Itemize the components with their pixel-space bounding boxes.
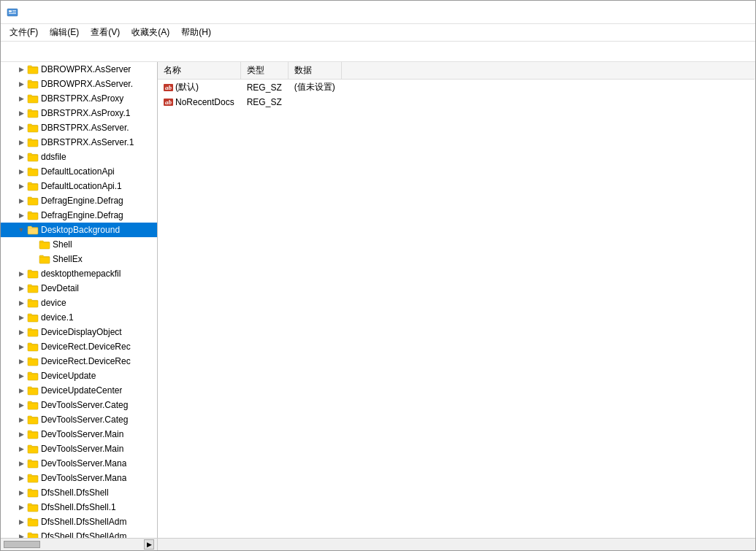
tree-item[interactable]: ▶ DefragEngine.Defrag xyxy=(1,208,157,223)
tree-item[interactable]: ▶ DfsShell.DfsShellAdm xyxy=(1,529,157,538)
tree-toggle-icon[interactable]: ▶ xyxy=(15,151,27,163)
tree-toggle-icon[interactable]: ▶ xyxy=(15,443,27,455)
tree-item[interactable]: ▶ DBRSTPRX.AsProxy xyxy=(1,91,157,106)
tree-item[interactable]: ▶ DBRSTPRX.AsProxy.1 xyxy=(1,106,157,120)
folder-icon xyxy=(27,458,39,469)
menu-item[interactable]: 编辑(E) xyxy=(44,25,85,40)
tree-toggle-icon[interactable]: ▶ xyxy=(15,487,27,498)
tree-item[interactable]: ▶ DevDetail xyxy=(1,281,157,296)
tree-item[interactable]: ▶ DfsShell.DfsShellAdm xyxy=(1,515,157,529)
tree-toggle-icon[interactable]: ▶ xyxy=(15,414,27,425)
tree-toggle-icon[interactable]: ▶ xyxy=(15,399,27,411)
tree-toggle-icon[interactable] xyxy=(27,253,39,265)
tree-item[interactable]: ▶ DfsShell.DfsShell.1 xyxy=(1,500,157,515)
tree-item[interactable]: ▶ DevToolsServer.Main xyxy=(1,442,157,456)
tree-item[interactable]: ▶ DevToolsServer.Categ xyxy=(1,398,157,412)
tree-item[interactable]: ▶ desktopthemepackfil xyxy=(1,266,157,281)
tree-item[interactable]: ▶ DevToolsServer.Categ xyxy=(1,412,157,427)
tree-item[interactable]: ▶ DBRSTPRX.AsServer. xyxy=(1,120,157,135)
col-name[interactable]: 名称 xyxy=(158,62,240,80)
tree-item[interactable]: ▶ DevToolsServer.Main xyxy=(1,427,157,442)
tree-toggle-icon[interactable]: ▶ xyxy=(15,458,27,469)
tree-toggle-icon[interactable]: ▶ xyxy=(15,136,27,148)
minimize-button[interactable] xyxy=(649,1,682,24)
tree-toggle-icon[interactable]: ▶ xyxy=(15,122,27,134)
svg-rect-2 xyxy=(12,10,16,11)
registry-name: ab NoRecentDocs xyxy=(158,95,240,109)
folder-icon xyxy=(27,108,39,118)
tree-toggle-icon[interactable] xyxy=(27,239,39,250)
folder-icon xyxy=(27,283,39,293)
horizontal-scrollbar[interactable]: ▶ xyxy=(1,538,755,550)
tree-item[interactable]: ▶ DeviceRect.DeviceRec xyxy=(1,339,157,354)
tree-item[interactable]: ▶ DefaultLocationApi xyxy=(1,164,157,179)
tree-item[interactable]: ▼ DesktopBackground xyxy=(1,223,157,237)
tree-item[interactable]: ▶ DevToolsServer.Mana xyxy=(1,456,157,471)
tree-toggle-icon[interactable]: ▶ xyxy=(15,268,27,280)
tree-toggle-icon[interactable]: ▶ xyxy=(15,312,27,323)
col-type[interactable]: 类型 xyxy=(240,62,288,80)
tree-toggle-icon[interactable]: ▶ xyxy=(15,341,27,352)
tree-item[interactable]: ▶ DeviceUpdateCenter xyxy=(1,383,157,398)
menu-item[interactable]: 文件(F) xyxy=(4,25,44,40)
tree-item[interactable]: Shell xyxy=(1,237,157,252)
tree-toggle-icon[interactable]: ▶ xyxy=(15,297,27,309)
tree-item-label: DfsShell.DfsShell.1 xyxy=(41,502,116,512)
menu-item[interactable]: 收藏夹(A) xyxy=(126,25,175,40)
tree-item-label: DfsShell.DfsShell xyxy=(41,488,109,498)
tree-item-label: DefaultLocationApi.1 xyxy=(41,181,122,191)
tree-item[interactable]: ▶ device.1 xyxy=(1,310,157,325)
folder-icon xyxy=(27,123,39,133)
tree-item-label: DfsShell.DfsShellAdm xyxy=(41,517,126,527)
menu-item[interactable]: 查看(V) xyxy=(85,25,126,40)
registry-data: (值未设置) xyxy=(288,80,341,96)
close-button[interactable] xyxy=(716,1,749,24)
tree-panel[interactable]: ▶ DBROWPRX.AsServer▶ DBROWPRX.AsServer.▶… xyxy=(1,62,158,538)
svg-rect-1 xyxy=(9,10,12,12)
tree-toggle-icon[interactable]: ▶ xyxy=(15,370,27,382)
tree-toggle-icon[interactable]: ▼ xyxy=(15,224,27,236)
tree-toggle-icon[interactable]: ▶ xyxy=(15,166,27,177)
tree-toggle-icon[interactable]: ▶ xyxy=(15,355,27,367)
folder-icon xyxy=(27,356,39,366)
folder-icon xyxy=(27,152,39,162)
tree-item[interactable]: ▶ DefaultLocationApi.1 xyxy=(1,179,157,193)
tree-item[interactable]: ▶ DefragEngine.Defrag xyxy=(1,193,157,208)
tree-item-label: DevToolsServer.Main xyxy=(41,429,123,439)
tree-toggle-icon[interactable]: ▶ xyxy=(15,385,27,396)
tree-toggle-icon[interactable]: ▶ xyxy=(15,107,27,119)
tree-toggle-icon[interactable]: ▶ xyxy=(15,78,27,90)
registry-row[interactable]: ab (默认)REG_SZ(值未设置) xyxy=(158,80,755,96)
tree-toggle-icon[interactable]: ▶ xyxy=(15,93,27,104)
folder-icon xyxy=(27,166,39,177)
tree-toggle-icon[interactable]: ▶ xyxy=(15,209,27,221)
tree-toggle-icon[interactable]: ▶ xyxy=(15,428,27,440)
address-bar xyxy=(1,42,755,62)
tree-item[interactable]: ▶ DeviceRect.DeviceRec xyxy=(1,354,157,369)
tree-item[interactable]: ▶ DfsShell.DfsShell xyxy=(1,485,157,500)
tree-toggle-icon[interactable]: ▶ xyxy=(15,516,27,528)
tree-toggle-icon[interactable]: ▶ xyxy=(15,195,27,207)
col-data[interactable]: 数据 xyxy=(288,62,341,80)
tree-item[interactable]: ▶ DBROWPRX.AsServer xyxy=(1,62,157,77)
tree-toggle-icon[interactable]: ▶ xyxy=(15,326,27,338)
tree-item[interactable]: ▶ DBRSTPRX.AsServer.1 xyxy=(1,135,157,150)
tree-item[interactable]: ▶ DeviceDisplayObject xyxy=(1,325,157,339)
tree-item[interactable]: ShellEx xyxy=(1,252,157,266)
tree-item[interactable]: ▶ DeviceUpdate xyxy=(1,369,157,383)
tree-toggle-icon[interactable]: ▶ xyxy=(15,63,27,75)
tree-toggle-icon[interactable]: ▶ xyxy=(15,180,27,192)
registry-row[interactable]: ab NoRecentDocsREG_SZ xyxy=(158,95,755,109)
tree-item[interactable]: ▶ DBROWPRX.AsServer. xyxy=(1,77,157,91)
menu-item[interactable]: 帮助(H) xyxy=(175,25,217,40)
tree-item[interactable]: ▶ device xyxy=(1,296,157,310)
tree-toggle-icon[interactable]: ▶ xyxy=(15,472,27,484)
tree-item-label: DevToolsServer.Categ xyxy=(41,400,128,410)
registry-table: 名称 类型 数据 ab (默认)REG_SZ(值未设置)ab NoRecentD… xyxy=(158,62,755,109)
tree-item[interactable]: ▶ ddsfile xyxy=(1,150,157,164)
maximize-button[interactable] xyxy=(682,1,716,24)
tree-toggle-icon[interactable]: ▶ xyxy=(15,501,27,513)
tree-toggle-icon[interactable]: ▶ xyxy=(15,282,27,294)
tree-item[interactable]: ▶ DevToolsServer.Mana xyxy=(1,471,157,485)
tree-toggle-icon[interactable]: ▶ xyxy=(15,531,27,538)
